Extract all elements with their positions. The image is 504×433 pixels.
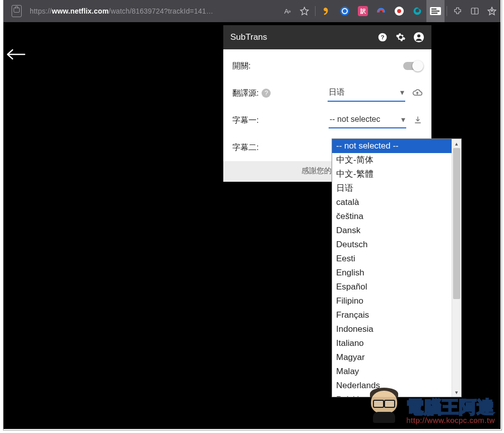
chevron-down-icon: ▾ — [400, 88, 404, 97]
cloud-sync-icon[interactable] — [412, 88, 422, 99]
dropdown-option[interactable]: Indonesia — [332, 322, 452, 336]
extension-record-icon[interactable] — [390, 0, 408, 22]
split-screen-button[interactable] — [466, 0, 483, 22]
help-button[interactable]: ? — [377, 32, 388, 43]
sub2-label: 字幕二: — [232, 142, 259, 153]
url-path: /watch/81639724?trackId=141… — [109, 7, 214, 15]
browser-toolbar: https://www.netflix.com/watch/81639724?t… — [4, 0, 500, 22]
extensions-menu-button[interactable] — [449, 0, 466, 22]
row-source: 翻譯源: ? 日语 ▾ — [223, 80, 431, 107]
lock-icon — [12, 5, 22, 17]
extension-subtrans-icon[interactable] — [426, 0, 445, 22]
dropdown-option[interactable]: Filipino — [332, 294, 452, 308]
back-arrow-button[interactable] — [6, 47, 26, 63]
dropdown-option[interactable]: Français — [332, 308, 452, 322]
dropdown-option[interactable]: català — [332, 195, 452, 209]
svg-point-10 — [417, 34, 420, 37]
favorite-star-button[interactable] — [296, 0, 313, 22]
scroll-thumb[interactable] — [453, 148, 460, 299]
dropdown-option[interactable]: Español — [332, 280, 452, 294]
site-identity-button[interactable] — [4, 5, 30, 17]
row-sub1: 字幕一: -- not selectec ▾ — [223, 107, 431, 134]
dropdown-option[interactable]: Eesti — [332, 252, 452, 266]
dropdown-option[interactable]: Dansk — [332, 224, 452, 238]
dropdown-scrollbar[interactable]: ▴ ▾ — [452, 139, 461, 397]
sub1-value: -- not selectec — [330, 115, 380, 124]
extension-comma-icon[interactable] — [318, 0, 336, 22]
extension-edge-icon[interactable] — [408, 0, 426, 22]
dropdown-option[interactable]: -- not selected -- — [332, 139, 452, 153]
svg-text:?: ? — [381, 34, 384, 40]
power-label: 開關: — [232, 61, 250, 71]
watermark-avatar — [366, 388, 402, 424]
dropdown-option[interactable]: Malay — [332, 365, 452, 379]
dropdown-list: -- not selected --中文-简体中文-繁體日语catalàčešt… — [332, 139, 452, 397]
separator — [315, 6, 316, 16]
source-label: 翻譯源: — [232, 88, 259, 99]
separator — [447, 6, 447, 16]
url-host: www.netflix.com — [52, 7, 109, 15]
dropdown-option[interactable]: 中文-简体 — [332, 153, 452, 167]
dropdown-option[interactable]: Magyar — [332, 350, 452, 365]
power-toggle[interactable] — [403, 62, 422, 70]
chevron-down-icon: ▾ — [401, 115, 405, 124]
popup-title: SubTrans — [230, 32, 267, 42]
address-bar[interactable]: https://www.netflix.com/watch/81639724?t… — [30, 7, 213, 15]
source-select[interactable]: 日语 ▾ — [328, 85, 405, 102]
source-value: 日语 — [329, 87, 345, 98]
extension-vpn-icon[interactable] — [372, 0, 390, 22]
scroll-up-arrow[interactable]: ▴ — [452, 139, 461, 148]
settings-button[interactable] — [395, 32, 406, 43]
reader-mode-button[interactable]: A» — [279, 0, 296, 22]
url-scheme: https:// — [30, 7, 52, 15]
collections-button[interactable] — [483, 0, 500, 22]
watermark-url: http://www.kocpc.com.tw — [406, 416, 495, 424]
sub1-select[interactable]: -- not selectec ▾ — [329, 113, 406, 128]
extension-pink-icon[interactable]: 訳 — [354, 0, 372, 22]
account-button[interactable] — [413, 32, 424, 43]
extension-1password-icon[interactable] — [336, 0, 354, 22]
dropdown-option[interactable]: English — [332, 266, 452, 280]
dropdown-option[interactable]: Italiano — [332, 336, 452, 350]
dropdown-option[interactable]: 中文-繁體 — [332, 167, 452, 181]
popup-header: SubTrans ? — [223, 25, 431, 49]
download-icon[interactable] — [413, 115, 422, 126]
row-power: 開關: — [223, 52, 431, 80]
svg-marker-0 — [300, 7, 308, 15]
sub1-label: 字幕一: — [232, 115, 259, 126]
watermark-title: 電腦王阿達 — [406, 398, 494, 415]
help-icon[interactable]: ? — [262, 89, 271, 98]
dropdown-option[interactable]: 日语 — [332, 181, 452, 195]
dropdown-option[interactable]: čeština — [332, 209, 452, 224]
watermark: 電腦王阿達 http://www.kocpc.com.tw — [366, 388, 495, 424]
dropdown-option[interactable]: Deutsch — [332, 238, 452, 252]
sub1-dropdown[interactable]: -- not selected --中文-简体中文-繁體日语catalàčešt… — [332, 138, 462, 397]
